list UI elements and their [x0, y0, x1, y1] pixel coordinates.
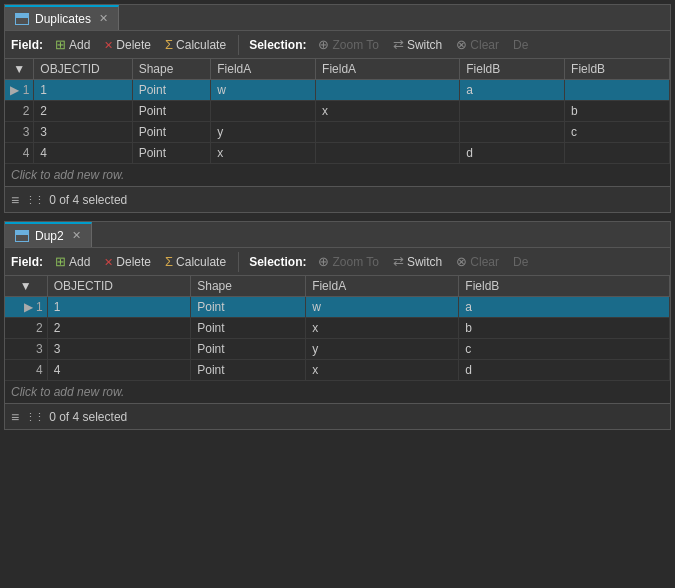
switch-icon-1 — [393, 37, 404, 52]
row-id: 2 — [5, 318, 47, 339]
col-header-fa-2[interactable]: FieldA — [306, 276, 459, 297]
row-fb1: d — [460, 143, 565, 164]
tab-bar-2: Dup2 ✕ — [5, 222, 670, 248]
add-icon-2 — [55, 254, 66, 269]
row-id: 3 — [5, 122, 34, 143]
menu-icon-2[interactable] — [11, 409, 19, 425]
delete-button-2[interactable]: Delete — [98, 251, 157, 273]
add-row-2[interactable]: Click to add new row. — [5, 381, 670, 403]
zoom-button-1[interactable]: Zoom To — [312, 34, 384, 56]
zoom-button-2[interactable]: Zoom To — [312, 251, 384, 273]
row-fa1: w — [211, 80, 316, 101]
row-fb2: b — [565, 101, 670, 122]
calc-icon-2 — [165, 254, 173, 269]
row-fa2 — [316, 143, 460, 164]
delete-button-1[interactable]: Delete — [98, 34, 157, 56]
tab-dup2[interactable]: Dup2 ✕ — [5, 222, 92, 247]
clear-button-1[interactable]: Clear — [450, 34, 505, 56]
tab-duplicates[interactable]: Duplicates ✕ — [5, 5, 119, 30]
row-fb: d — [459, 360, 670, 381]
field-label-1: Field: — [11, 38, 43, 52]
table-icon-2 — [15, 230, 29, 242]
row-fa2: x — [316, 101, 460, 122]
row-fb2 — [565, 80, 670, 101]
row-fa1: y — [211, 122, 316, 143]
row-fa2 — [316, 80, 460, 101]
col-header-fa2-1[interactable]: FieldA — [316, 59, 460, 80]
col-header-oid-1[interactable]: OBJECTID — [34, 59, 132, 80]
row-fa1: x — [211, 143, 316, 164]
col-header-oid-2[interactable]: OBJECTID — [47, 276, 191, 297]
row-fa1 — [211, 101, 316, 122]
table-row[interactable]: 3 3 Point y c — [5, 339, 670, 360]
row-shape: Point — [191, 297, 306, 318]
clear-button-2[interactable]: Clear — [450, 251, 505, 273]
col-header-fa1-1[interactable]: FieldA — [211, 59, 316, 80]
row-id: 4 — [5, 360, 47, 381]
table-icon — [15, 13, 29, 25]
table-row[interactable]: 4 4 Point x d — [5, 143, 670, 164]
row-fa: x — [306, 318, 459, 339]
row-oid: 3 — [34, 122, 132, 143]
rows-icon-2 — [25, 410, 43, 424]
menu-icon-1[interactable] — [11, 192, 19, 208]
delete-icon-2 — [104, 255, 113, 269]
add-button-1[interactable]: Add — [49, 34, 96, 56]
zoom-icon-2 — [318, 254, 329, 269]
delete-icon-1 — [104, 38, 113, 52]
row-fb2 — [565, 143, 670, 164]
add-button-2[interactable]: Add — [49, 251, 96, 273]
table-row[interactable]: 4 4 Point x d — [5, 360, 670, 381]
row-fb2: c — [565, 122, 670, 143]
row-id: 3 — [5, 339, 47, 360]
switch-icon-2 — [393, 254, 404, 269]
status-bar-1: 0 of 4 selected — [5, 186, 670, 212]
tab-duplicates-close[interactable]: ✕ — [99, 12, 108, 25]
panel-duplicates: Duplicates ✕ Field: Add Delete Calculate… — [4, 4, 671, 213]
add-row-1[interactable]: Click to add new row. — [5, 164, 670, 186]
delete2-button-2[interactable]: De — [507, 251, 534, 273]
table-1: ▼ OBJECTID Shape FieldA FieldA FieldB Fi… — [5, 59, 670, 186]
row-oid: 1 — [34, 80, 132, 101]
status-text-1: 0 of 4 selected — [49, 193, 127, 207]
row-oid: 4 — [47, 360, 191, 381]
status-text-2: 0 of 4 selected — [49, 410, 127, 424]
row-fa: y — [306, 339, 459, 360]
switch-button-2[interactable]: Switch — [387, 251, 448, 273]
field-label-2: Field: — [11, 255, 43, 269]
row-fb1: a — [460, 80, 565, 101]
table-row[interactable]: 3 3 Point y c — [5, 122, 670, 143]
separator-1 — [238, 35, 239, 55]
col-header-fb-2[interactable]: FieldB — [459, 276, 670, 297]
col-header-shape-2[interactable]: Shape — [191, 276, 306, 297]
row-shape: Point — [132, 122, 211, 143]
row-shape: Point — [132, 80, 211, 101]
table-row[interactable]: ▶ 1 1 Point w a — [5, 297, 670, 318]
row-shape: Point — [132, 143, 211, 164]
switch-button-1[interactable]: Switch — [387, 34, 448, 56]
table-row[interactable]: 2 2 Point x b — [5, 318, 670, 339]
calculate-button-2[interactable]: Calculate — [159, 251, 232, 273]
row-fb: b — [459, 318, 670, 339]
zoom-icon-1 — [318, 37, 329, 52]
tab-dup2-close[interactable]: ✕ — [72, 229, 81, 242]
panel-dup2: Dup2 ✕ Field: Add Delete Calculate Selec… — [4, 221, 671, 430]
separator-2 — [238, 252, 239, 272]
table-row[interactable]: 2 2 Point x b — [5, 101, 670, 122]
col-header-fb1-1[interactable]: FieldB — [460, 59, 565, 80]
row-oid: 2 — [47, 318, 191, 339]
row-shape: Point — [191, 339, 306, 360]
delete2-button-1[interactable]: De — [507, 34, 534, 56]
calculate-button-1[interactable]: Calculate — [159, 34, 232, 56]
row-oid: 3 — [47, 339, 191, 360]
selection-label-1: Selection: — [249, 38, 306, 52]
row-id: 4 — [5, 143, 34, 164]
col-header-fb2-1[interactable]: FieldB — [565, 59, 670, 80]
row-fa: w — [306, 297, 459, 318]
table-row[interactable]: ▶ 1 1 Point w a — [5, 80, 670, 101]
tab-bar-1: Duplicates ✕ — [5, 5, 670, 31]
rows-icon-1 — [25, 193, 43, 207]
toolbar-2: Field: Add Delete Calculate Selection: Z… — [5, 248, 670, 276]
col-header-shape-1[interactable]: Shape — [132, 59, 211, 80]
row-fb1 — [460, 101, 565, 122]
